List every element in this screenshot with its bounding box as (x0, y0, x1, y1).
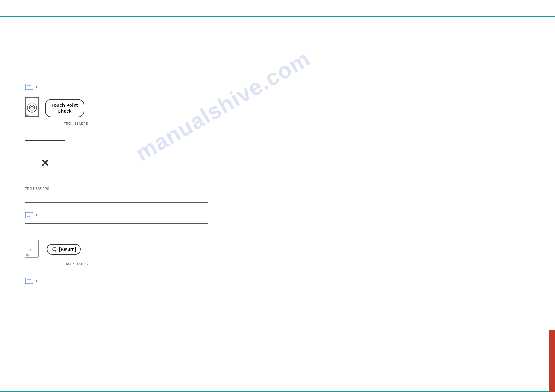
svg-rect-19 (25, 240, 38, 257)
touch-point-label: Touch Point Check (45, 99, 84, 117)
svg-point-8 (29, 105, 35, 110)
svg-point-9 (31, 106, 33, 109)
note-icon-3 (25, 277, 38, 287)
right-accent (549, 330, 555, 392)
x-box: × (25, 140, 65, 185)
svg-rect-24 (26, 255, 28, 256)
divider-line-1 (25, 202, 208, 203)
x-box-figure: × FR9H4315.EPS (25, 140, 65, 191)
svg-point-7 (27, 103, 37, 112)
bottom-border (0, 391, 549, 392)
note-icon-2 (25, 211, 38, 221)
svg-rect-12 (26, 114, 29, 115)
figure-caption-2: FR9H4315.EPS (25, 187, 65, 191)
svg-marker-27 (36, 280, 38, 282)
note-icon-1 (25, 83, 38, 93)
figure-caption-3: FR9H4317.EPS (64, 262, 88, 266)
return-arrow-icon (52, 246, 57, 252)
return-figure: x [Return] (25, 240, 81, 259)
svg-marker-2 (36, 86, 38, 88)
small-device-icon: x (25, 240, 45, 259)
figure-caption-1: FR9H4314.EPS (64, 122, 88, 125)
svg-text:x: x (29, 247, 32, 252)
return-button-label: [Return] (47, 244, 81, 255)
touch-point-figure: Touch Point Check (25, 97, 84, 119)
page-content: Touch Point Check FR9H4314.EPS × FR9H431… (19, 16, 536, 392)
device-icon (25, 97, 47, 119)
divider-line-2 (25, 223, 208, 224)
svg-marker-15 (36, 214, 38, 216)
